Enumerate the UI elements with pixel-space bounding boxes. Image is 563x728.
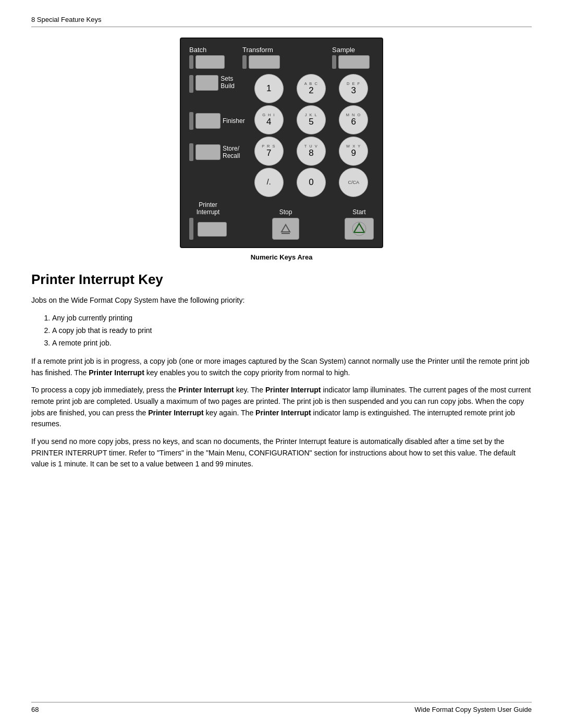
key-8[interactable]: T U V 8 (297, 137, 326, 166)
header-text: 8 Special Feature Keys (31, 16, 101, 23)
para2-bold2: Printer Interrupt (265, 386, 321, 394)
key-9[interactable]: W X Y 9 (339, 137, 368, 166)
section-heading: Printer Interrupt Key (31, 272, 532, 288)
footer-page-number: 68 (31, 706, 39, 713)
sample-indicator (332, 55, 336, 69)
stop-key[interactable] (272, 218, 299, 240)
list-item-3: A remote print job. (52, 337, 532, 350)
key-8-digit: 8 (309, 149, 313, 158)
para2-bold3: Printer Interrupt (148, 409, 204, 417)
board-bottom-row: PrinterInterrupt Stop (189, 201, 374, 240)
body-para-1: If a remote print job is in progress, a … (31, 356, 532, 378)
keypad-board: Batch Transform (180, 38, 383, 248)
batch-key[interactable] (195, 55, 225, 69)
key-comma-symbol: /. (267, 178, 271, 186)
printer-interrupt-indicator (189, 218, 193, 240)
stop-label: Stop (279, 208, 292, 216)
key-6-digit: 6 (351, 117, 356, 127)
intro-text: Jobs on the Wide Format Copy System have… (31, 296, 244, 304)
printer-interrupt-group: PrinterInterrupt (189, 201, 227, 240)
key-9-digit: 9 (351, 149, 356, 158)
key-7-digit: 7 (266, 149, 271, 158)
key-3-digit: 3 (351, 86, 356, 96)
printer-interrupt-label: PrinterInterrupt (197, 201, 220, 216)
store-recall-indicator (189, 143, 193, 161)
footer-title: Wide Format Copy System User Guide (414, 706, 532, 713)
key-0[interactable]: 0 (297, 168, 326, 197)
key-7[interactable]: P R S 7 (254, 137, 284, 166)
sets-build-key[interactable] (195, 75, 218, 91)
sets-build-indicator (189, 75, 193, 93)
key-1[interactable]: 1 (254, 74, 284, 103)
body-para-2: To process a copy job immediately, press… (31, 385, 532, 430)
batch-indicator (189, 55, 193, 69)
stop-group: Stop (272, 208, 299, 239)
key-3[interactable]: D E F 3 (339, 74, 368, 103)
body-para-3: If you send no more copy jobs, press no … (31, 436, 532, 470)
key-0-digit: 0 (309, 178, 313, 188)
key-5-digit: 5 (309, 117, 313, 127)
key-4[interactable]: G H I 4 (254, 105, 284, 134)
key-1-digit: 1 (266, 84, 271, 94)
start-key[interactable] (345, 218, 374, 240)
store-recall-label: Store/ Recall (223, 145, 240, 160)
para2-start: To process a copy job immediately, press… (31, 386, 178, 394)
key-comma[interactable]: /. (254, 168, 284, 197)
key-5[interactable]: J K L 5 (297, 105, 326, 134)
sets-build-label: Sets Build (221, 75, 247, 90)
sample-key[interactable] (338, 55, 370, 69)
key-cca[interactable]: C/CA (339, 168, 368, 197)
numpad-area: 1 A B C 2 D E F 3 (249, 74, 374, 197)
key-2[interactable]: A B C 2 (297, 74, 326, 103)
para1-mid: key enables you to switch the copy prior… (144, 368, 350, 377)
key-4-digit: 4 (266, 117, 271, 127)
svg-marker-2 (354, 224, 364, 232)
key-6[interactable]: M N O 6 (339, 105, 368, 134)
finisher-key[interactable] (195, 113, 221, 129)
para2-mid3: key again. The (204, 409, 255, 417)
page-header: 8 Special Feature Keys (31, 16, 532, 27)
transform-label: Transform (242, 46, 273, 54)
key-2-digit: 2 (309, 86, 313, 96)
list-item-1: Any job currently printing (52, 312, 532, 325)
keypad-diagram: Batch Transform (31, 38, 532, 261)
start-label: Start (352, 208, 365, 216)
finisher-indicator (189, 112, 193, 130)
para2-bold4: Printer Interrupt (255, 409, 311, 417)
printer-interrupt-key[interactable] (198, 222, 227, 237)
transform-indicator (242, 55, 247, 69)
start-group: Start (345, 208, 374, 239)
store-recall-key[interactable] (195, 144, 221, 160)
finisher-label: Finisher (223, 117, 245, 125)
list-item-2: A copy job that is ready to print (52, 325, 532, 337)
intro-paragraph: Jobs on the Wide Format Copy System have… (31, 295, 532, 306)
diagram-caption: Numeric Keys Area (251, 253, 313, 261)
para2-bold1: Printer Interrupt (178, 386, 234, 394)
svg-marker-0 (282, 225, 290, 232)
sample-label: Sample (332, 46, 355, 54)
para2-mid1: key. The (234, 386, 265, 394)
priority-list: Any job currently printing A copy job th… (31, 312, 532, 349)
page-footer: 68 Wide Format Copy System User Guide (31, 702, 532, 713)
batch-label: Batch (189, 46, 206, 54)
transform-key[interactable] (249, 55, 280, 69)
para1-bold1: Printer Interrupt (89, 368, 144, 377)
key-cca-label: C/CA (348, 180, 360, 185)
